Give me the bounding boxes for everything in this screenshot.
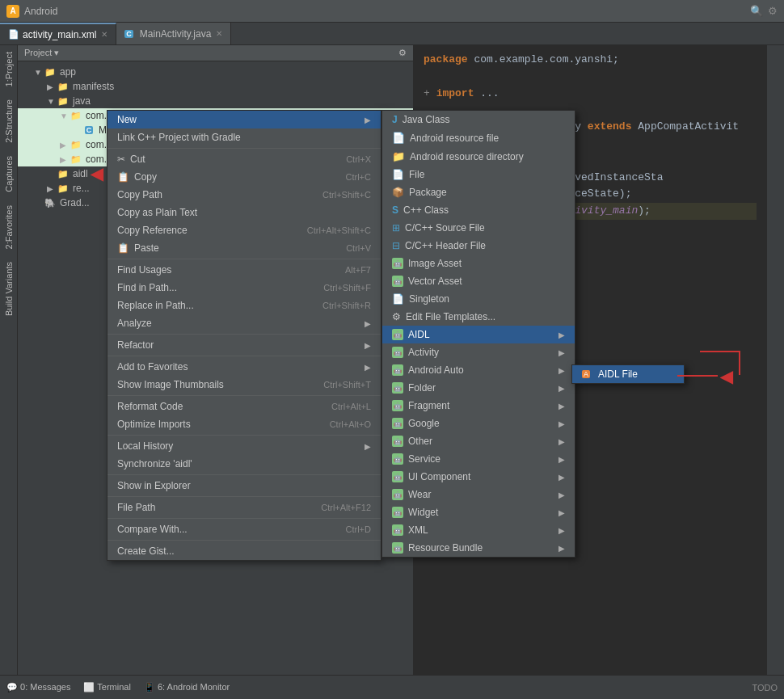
context-menu-link-cpp[interactable]: Link C++ Project with Gradle [107,128,381,146]
sidebar-structure-label[interactable]: 2:Structure [2,93,15,149]
submenu-new-wear[interactable]: 🤖 Wear ▶ [382,486,575,503]
submenu-new-other[interactable]: 🤖 Other ▶ [382,432,575,450]
submenu-new-package[interactable]: 📦 Package [382,183,575,201]
submenu-new-aidl-label: AIDL [408,329,430,340]
submenu-new-activity-label: Activity [408,347,439,358]
status-messages[interactable]: 💬 0: Messages [6,682,70,693]
tab-bar: 📄 activity_main.xml ✕ C MainActivity.jav… [0,23,784,45]
context-menu-analyze[interactable]: Analyze ▶ [107,314,381,332]
submenu-new-resource-bundle[interactable]: 🤖 Resource Bundle ▶ [382,539,575,557]
android-auto-arrow: ▶ [558,366,565,375]
context-menu-local-history[interactable]: Local History ▶ [107,437,381,455]
tab-close-java[interactable]: ✕ [216,29,222,38]
gear-icon[interactable]: ⚙ [398,48,407,58]
context-menu-replace-path[interactable]: Replace in Path... Ctrl+Shift+R [107,297,381,314]
context-menu-file-path[interactable]: File Path Ctrl+Alt+F12 [107,499,381,516]
xml-arrow: ▶ [558,526,565,535]
separator-5 [107,395,381,396]
sidebar-project-label[interactable]: 1:Project [2,45,15,93]
submenu-new-ui-component-label: UI Component [408,471,470,482]
submenu-new-android-auto-label: Android Auto [408,364,464,376]
context-menu-cut[interactable]: ✂ Cut Ctrl+X [107,150,381,168]
submenu-new-java-class[interactable]: J Java Class [382,111,575,128]
context-menu-cut-left: ✂ Cut [117,154,145,165]
replace-path-shortcut: Ctrl+Shift+R [322,301,371,310]
submenu-aidl: A AIDL File ◀ [571,364,685,384]
context-menu-optimize[interactable]: Optimize Imports Ctrl+Alt+O [107,415,381,433]
submenu-new-edit-templates[interactable]: ⚙ Edit File Templates... [382,308,575,326]
sidebar-favorites-label[interactable]: 2:Favorites [2,199,15,255]
toolbar-search-icon[interactable]: 🔍 [750,5,763,17]
submenu-new-file[interactable]: 📄 File [382,166,575,183]
sidebar-captures-label[interactable]: Captures [2,149,15,199]
submenu-new-image-asset[interactable]: 🤖 Image Asset [382,255,575,272]
context-menu-find-usages[interactable]: Find Usages Alt+F7 [107,261,381,279]
image-thumbnails-shortcut: Ctrl+Shift+T [323,380,371,390]
context-menu-copy[interactable]: 📋 Copy Ctrl+C [107,168,381,186]
context-menu-show-explorer[interactable]: Show in Explorer [107,477,381,495]
tree-arrow-res: ▶ [47,184,55,193]
toolbar-settings-icon[interactable]: ⚙ [768,5,778,17]
tab-close-xml[interactable]: ✕ [101,30,107,39]
submenu-new-aidl[interactable]: 🤖 AIDL ▶ [382,326,575,343]
aidl-file-icon: A [582,370,590,378]
submenu-new-cpp-source[interactable]: ⊞ C/C++ Source File [382,219,575,237]
submenu-new-android-resource-dir[interactable]: 📁 Android resource directory [382,147,575,166]
submenu-new-xml-label: XML [408,524,428,536]
context-menu-show-explorer-label: Show in Explorer [117,480,191,491]
sidebar-left: 1:Project 2:Structure Captures 2:Favorit… [0,45,18,675]
submenu-new-folder[interactable]: 🤖 Folder ▶ [382,379,575,397]
tree-item-java[interactable]: ▼ 📁 java [18,94,413,108]
main-layout: 1:Project 2:Structure Captures 2:Favorit… [0,45,784,675]
submenu-new-singleton[interactable]: 📄 Singleton [382,290,575,308]
sidebar-build-variants-label[interactable]: Build Variants [2,255,15,322]
context-menu-copy-ref[interactable]: Copy Reference Ctrl+Alt+Shift+C [107,221,381,239]
context-menu-synchronize[interactable]: Synchronize 'aidl' [107,455,381,473]
submenu-new-android-resource-file[interactable]: 📄 Android resource file [382,128,575,147]
context-menu-copy-path[interactable]: Copy Path Ctrl+Shift+C [107,186,381,204]
context-menu-refactor-left: Refactor [117,339,154,351]
submenu-new-fragment[interactable]: 🤖 Fragment ▶ [382,397,575,415]
context-menu-reformat[interactable]: Reformat Code Ctrl+Alt+L [107,398,381,415]
submenu-new-cpp-class[interactable]: S C++ Class [382,201,575,219]
status-android-monitor[interactable]: 📱 6: Android Monitor [144,682,230,693]
status-terminal[interactable]: ⬜ Terminal [83,682,130,693]
submenu-new-widget[interactable]: 🤖 Widget ▶ [382,503,575,521]
tree-arrow-manifests: ▶ [47,82,55,91]
context-menu-new[interactable]: New ▶ [107,111,381,128]
context-menu-add-favorites[interactable]: Add to Favorites ▶ [107,358,381,376]
context-menu: New ▶ Link C++ Project with Gradle ✂ Cut… [107,110,381,561]
cpp-class-icon: S [392,204,398,216]
analyze-arrow: ▶ [365,319,371,328]
separator-1 [107,148,381,149]
context-menu-paste[interactable]: 📋 Paste Ctrl+V [107,239,381,257]
submenu-new-android-auto[interactable]: 🤖 Android Auto ▶ [382,361,575,379]
context-menu-add-favorites-left: Add to Favorites [117,361,188,373]
tree-item-manifests[interactable]: ▶ 📁 manifests [18,79,413,94]
submenu-new-xml[interactable]: 🤖 XML ▶ [382,521,575,539]
submenu-new-service-label: Service [408,453,440,465]
submenu-new-image-asset-left: 🤖 Image Asset [392,258,462,269]
tab-mainactivity[interactable]: C MainActivity.java ✕ [116,23,231,44]
context-menu-compare[interactable]: Compare With... Ctrl+D [107,520,381,538]
context-menu-refactor[interactable]: Refactor ▶ [107,336,381,354]
paste-icon: 📋 [117,242,129,254]
submenu-aidl-file[interactable]: A AIDL File [572,365,684,383]
separator-3 [107,334,381,335]
context-menu-copy-plain[interactable]: Copy as Plain Text [107,204,381,221]
panel-toolbar: ⚙ [398,48,407,58]
submenu-new-service[interactable]: 🤖 Service ▶ [382,450,575,468]
context-menu-image-thumbnails[interactable]: Show Image Thumbnails Ctrl+Shift+T [107,376,381,394]
submenu-new-google[interactable]: 🤖 Google ▶ [382,415,575,432]
context-menu-create-gist[interactable]: Create Gist... [107,542,381,560]
resource-bundle-icon: 🤖 [392,542,403,554]
context-menu-local-history-left: Local History [117,440,173,452]
submenu-new-vector-asset[interactable]: 🤖 Vector Asset [382,272,575,290]
tree-item-app[interactable]: ▼ 📁 app [18,65,413,79]
submenu-new-cpp-header[interactable]: ⊟ C/C++ Header File [382,237,575,255]
tab-activity-main[interactable]: 📄 activity_main.xml ✕ [0,23,116,44]
paste-shortcut: Ctrl+V [346,243,371,253]
submenu-new-activity[interactable]: 🤖 Activity ▶ [382,343,575,361]
context-menu-find-path[interactable]: Find in Path... Ctrl+Shift+F [107,279,381,297]
submenu-new-ui-component[interactable]: 🤖 UI Component ▶ [382,468,575,486]
